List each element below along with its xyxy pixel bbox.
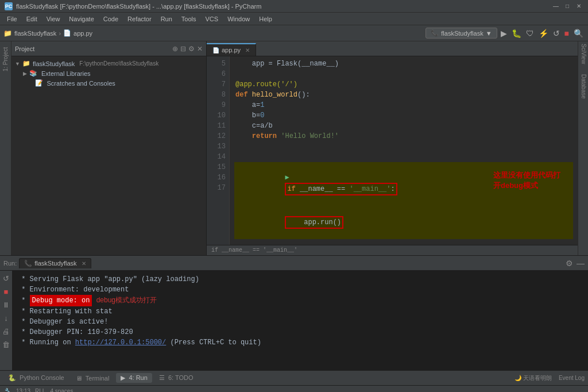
- menu-view[interactable]: View: [42, 14, 65, 24]
- run-line-5: * Debugger is active!: [17, 317, 583, 327]
- editor-tab-app-py[interactable]: 📄 app.py ✕: [207, 43, 256, 56]
- tab-terminal[interactable]: 🖥 Terminal: [71, 374, 114, 383]
- run-label: Run:: [3, 260, 17, 267]
- run-tab-icon: 📞: [24, 260, 32, 267]
- file-icon: 📄: [63, 29, 71, 37]
- code-line-11: c=a/b: [234, 121, 573, 131]
- tree-item-scratches[interactable]: 📝 Scratches and Consoles: [11, 78, 206, 88]
- run-line-3: * Debug mode: on debug模式成功打开: [17, 295, 583, 306]
- tab-python-console[interactable]: 🐍 Python Console: [3, 373, 69, 383]
- menu-navigate[interactable]: Navigate: [64, 14, 98, 24]
- stop-icon[interactable]: ■: [563, 28, 570, 39]
- python-console-label: Python Console: [20, 374, 64, 381]
- sciview-label[interactable]: SciView: [578, 41, 588, 66]
- breadcrumb-project[interactable]: flaskStudyflask: [14, 30, 56, 37]
- menu-vcs[interactable]: VCS: [201, 14, 223, 24]
- database-label[interactable]: Database: [578, 72, 588, 101]
- menu-window[interactable]: Window: [223, 14, 254, 24]
- code-line-5: app = Flask(__name__): [234, 59, 573, 69]
- maximize-button[interactable]: □: [563, 2, 572, 10]
- project-root-path: F:\pythonDemo\flaskStudyflask: [79, 60, 158, 67]
- editor-area: 📄 app.py ✕ 5 6 7 8 9 10 11 12 13 14: [207, 41, 578, 255]
- expand-all-icon[interactable]: ⊕: [172, 45, 178, 53]
- run-tab-main[interactable]: 📞 flaskStudyflask ✕: [19, 258, 91, 268]
- title-bar-left: PC flaskStudyflask [F:\pythonDemo\flaskS…: [5, 2, 261, 10]
- breadcrumb-file[interactable]: app.py: [74, 30, 92, 37]
- project-header: Project ⊕ ⊟ ⚙ ✕: [11, 41, 206, 56]
- rerun-icon[interactable]: ↺: [2, 273, 10, 284]
- window-title: flaskStudyflask [F:\pythonDemo\flaskStud…: [16, 3, 261, 10]
- code-line-6: [234, 69, 573, 79]
- debug-icon[interactable]: 🐛: [510, 28, 523, 39]
- project-strip-label[interactable]: 1: Project: [1, 45, 10, 74]
- todo-label: 6: TODO: [168, 374, 194, 381]
- project-root-label: flaskStudyflask: [33, 60, 75, 67]
- settings-icon[interactable]: ⚙: [188, 45, 195, 53]
- breadcrumb-sep: ›: [59, 30, 61, 37]
- run-link[interactable]: http://127.0.0.1:5000/: [75, 339, 166, 347]
- project-panel-title: Project: [15, 45, 170, 52]
- tab-todo[interactable]: ☰ 6: TODO: [154, 373, 198, 383]
- scroll-end-icon[interactable]: ↓: [3, 313, 9, 324]
- stop-run-icon[interactable]: ■: [3, 286, 10, 297]
- run-tab-close-icon[interactable]: ✕: [82, 260, 86, 267]
- run-line-2: * Environment: development: [17, 285, 583, 295]
- minimize-button[interactable]: —: [551, 2, 560, 10]
- window-controls[interactable]: — □ ✕: [551, 2, 583, 10]
- menu-help[interactable]: Help: [254, 14, 277, 24]
- run-line-4: * Restarting with stat: [17, 306, 583, 317]
- watermark-text: 🌙 天语看明朗: [514, 374, 552, 382]
- terminal-label: Terminal: [86, 375, 110, 382]
- close-panel-icon[interactable]: ✕: [197, 45, 203, 53]
- menu-refactor[interactable]: Refactor: [123, 14, 156, 24]
- run-debug-annotation: debug模式成功打开: [96, 296, 157, 304]
- editor-content[interactable]: 5 6 7 8 9 10 11 12 13 14 15 16 17 app = …: [207, 56, 578, 245]
- nav-bar: 📁 flaskStudyflask › 📄 app.py 📞 flaskStud…: [0, 25, 588, 41]
- menu-edit[interactable]: Edit: [22, 14, 42, 24]
- tab-run[interactable]: ▶ 4: Run: [116, 373, 152, 383]
- left-panel-strip: 1: Project: [0, 41, 11, 255]
- external-libs-label: External Libraries: [41, 70, 91, 77]
- run-icon[interactable]: ▶: [500, 28, 508, 39]
- reload-icon[interactable]: ↺: [552, 28, 561, 39]
- pause-icon[interactable]: ⏸: [1, 299, 11, 310]
- menu-run[interactable]: Run: [156, 14, 177, 24]
- tree-arrow-scratches: [31, 80, 33, 86]
- run-config-dropdown[interactable]: 📞 flaskStudyflask ▼: [425, 28, 497, 39]
- run-panel-header: Run: 📞 flaskStudyflask ✕ ⚙ —: [0, 256, 588, 271]
- status-bar: 🔧 13:13 RLL 4 spaces: [0, 385, 588, 392]
- search-icon[interactable]: 🔍: [572, 28, 585, 39]
- dropdown-arrow-icon: ▼: [486, 30, 492, 37]
- run-minimize-icon[interactable]: —: [577, 259, 585, 268]
- status-indent: 4 spaces: [50, 388, 73, 392]
- run-toolbar: ↺ ■ ⏸ ↓ 🖨 🗑: [0, 271, 13, 370]
- debug-box: if __name__ == '__main__':: [285, 183, 397, 195]
- trash-icon[interactable]: 🗑: [1, 339, 11, 350]
- menu-code[interactable]: Code: [99, 14, 123, 24]
- breadcrumb: 📁 flaskStudyflask › 📄 app.py: [3, 29, 92, 37]
- event-log-label[interactable]: Event Log: [559, 375, 585, 381]
- code-line-14: [234, 152, 573, 162]
- code-line-8: def hello_world():: [234, 90, 573, 100]
- menu-file[interactable]: File: [2, 14, 22, 24]
- status-encoding: RLL: [35, 388, 45, 392]
- tab-close-icon[interactable]: ✕: [245, 47, 250, 53]
- profile-icon[interactable]: ⚡: [537, 28, 550, 39]
- terminal-icon: 🖥: [76, 375, 82, 382]
- todo-icon: ☰: [159, 374, 165, 381]
- tree-item-root[interactable]: ▼ 📁 flaskStudyflask F:\pythonDemo\flaskS…: [11, 59, 206, 68]
- menu-tools[interactable]: Tools: [177, 14, 201, 24]
- collapse-all-icon[interactable]: ⊟: [180, 45, 186, 53]
- run-panel-inner: ↺ ■ ⏸ ↓ 🖨 🗑 * Serving Flask app "app.py"…: [0, 271, 588, 370]
- close-button[interactable]: ✕: [574, 2, 583, 10]
- print-icon[interactable]: 🖨: [1, 326, 11, 337]
- project-folder-icon: 📁: [22, 60, 30, 67]
- decorator-span: @app.route('/'): [235, 80, 297, 89]
- tree-item-external-libs[interactable]: ▶ 📚 External Libraries: [11, 68, 206, 78]
- debug-box-2: app.run(): [285, 216, 343, 229]
- coverage-icon[interactable]: 🛡: [525, 28, 535, 39]
- run-output: * Serving Flask app "app.py" (lazy loadi…: [13, 271, 588, 370]
- tab-label: app.py: [222, 47, 241, 53]
- run-settings-icon[interactable]: ⚙: [566, 259, 573, 268]
- debug-on-box: Debug mode: on: [30, 295, 92, 306]
